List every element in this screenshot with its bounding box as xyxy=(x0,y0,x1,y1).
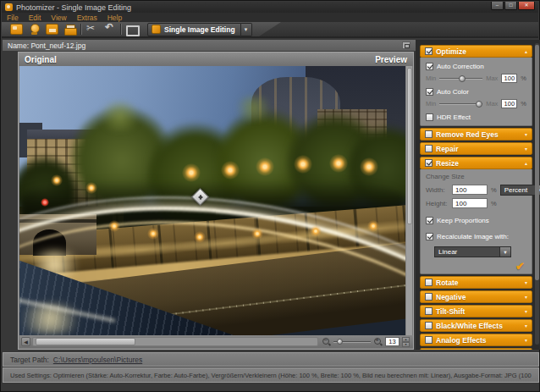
panel-label: Negative xyxy=(436,293,466,301)
keep-proportions-checkbox[interactable] xyxy=(426,217,433,224)
photo-quay-lamp-glow xyxy=(310,225,322,237)
zoom-slider-thumb[interactable] xyxy=(337,339,343,345)
chevron-icon: ▴ xyxy=(525,48,527,54)
percent-sign: % xyxy=(521,75,526,82)
image-bottom-bar: ◀ − + 13 ▲ ▼ xyxy=(19,335,413,348)
method-select[interactable]: Linear ▼ xyxy=(434,246,511,257)
auto-correction-slider-thumb[interactable] xyxy=(459,75,466,82)
save-icon[interactable] xyxy=(46,24,58,35)
window-controls: – □ ✕ xyxy=(491,2,535,10)
used-settings-text: Used Settings: Optimieren (Stärke: Auto-… xyxy=(10,372,532,379)
mode-tab-label: Single Image Editing xyxy=(164,25,235,34)
panel-label: Tilt-Shift xyxy=(436,307,465,316)
mode-dropdown-arrow-icon[interactable]: ▼ xyxy=(241,23,252,36)
menu-item-extras[interactable]: Extras xyxy=(77,14,97,22)
zoom-slider[interactable] xyxy=(333,338,371,345)
image-horizontal-scrollbar-thumb[interactable] xyxy=(36,338,135,345)
compare-split-handle[interactable] xyxy=(191,188,210,207)
menu-item-edit[interactable]: Edit xyxy=(29,14,41,22)
analog-effects-checkbox[interactable] xyxy=(425,336,433,344)
apply-check-icon[interactable]: ✔ xyxy=(515,260,525,273)
unit-select[interactable]: Percent ▼ xyxy=(500,185,540,196)
scroll-left-arrow-icon[interactable]: ◀ xyxy=(21,337,30,346)
zoom-out-icon[interactable]: − xyxy=(322,337,331,346)
target-path-link[interactable]: C:\Users\mpoulsen\Pictures xyxy=(53,356,142,364)
tools-sidebar: Optimize ▴ Auto Correction Min Max 100 % xyxy=(416,40,540,350)
panel-header-analog-effects[interactable]: Analog Effects ▾ xyxy=(420,334,532,346)
panel-header-remove-red-eyes[interactable]: Remove Red Eyes ▾ xyxy=(420,128,532,141)
image-compare-panel: Original Preview xyxy=(18,52,414,350)
tilt-shift-checkbox[interactable] xyxy=(425,307,433,315)
panel-header-resize[interactable]: Resize ▴ xyxy=(420,157,532,169)
menu-item-file[interactable]: File xyxy=(7,14,19,22)
optimize-enable-checkbox[interactable] xyxy=(425,47,433,55)
remove-red-eyes-checkbox[interactable] xyxy=(425,130,433,138)
photo-tree-highlight xyxy=(96,101,143,130)
panel-header-repair[interactable]: Repair ▾ xyxy=(420,142,532,155)
single-image-mode-icon xyxy=(152,25,161,34)
unit-select-value: Percent xyxy=(500,185,536,196)
collapse-panel-icon[interactable] xyxy=(402,41,411,49)
chevron-icon: ▾ xyxy=(525,279,527,285)
crop-frame-icon[interactable] xyxy=(125,24,138,35)
black-white-effects-checkbox[interactable] xyxy=(425,322,433,329)
panel-header-negative[interactable]: Negative ▾ xyxy=(420,290,532,303)
panel-header-rotate[interactable]: Rotate ▾ xyxy=(420,276,532,289)
auto-correction-slider[interactable] xyxy=(439,75,482,82)
menu-item-view[interactable]: View xyxy=(51,14,66,22)
sidebar-scrollbar[interactable] xyxy=(535,43,539,345)
panel-label: Analog Effects xyxy=(436,336,487,345)
panel-label: Remove Red Eyes xyxy=(436,130,499,139)
chevron-icon: ▴ xyxy=(525,160,527,166)
used-settings-bar: Used Settings: Optimieren (Stärke: Auto-… xyxy=(3,367,539,383)
recalculate-checkbox[interactable] xyxy=(426,233,433,240)
image-vertical-scrollbar-thumb[interactable] xyxy=(407,68,412,224)
toolbar: Single Image Editing ▼ xyxy=(2,22,538,38)
method-select-arrow-icon[interactable]: ▼ xyxy=(500,246,511,257)
panel-label: Black/White Effects xyxy=(436,322,503,330)
percent-sign: % xyxy=(521,100,526,108)
window-title: Photomizer - Single Image Editing xyxy=(16,3,131,12)
cut-icon[interactable] xyxy=(85,24,98,35)
photo-street-lamp-glow xyxy=(51,174,63,186)
auto-color-checkbox[interactable] xyxy=(426,88,433,96)
panel-header-distortion[interactable]: Distortion ▾ xyxy=(420,348,532,350)
change-size-label: Change Size xyxy=(421,173,532,183)
auto-correction-checkbox[interactable] xyxy=(426,63,433,70)
menu-item-help[interactable]: Help xyxy=(107,14,122,22)
maximize-icon[interactable]: □ xyxy=(504,2,517,10)
app-logo-icon xyxy=(5,3,13,11)
open-image-icon[interactable] xyxy=(10,24,23,35)
resize-enable-checkbox[interactable] xyxy=(425,159,433,167)
auto-correction-value-field[interactable]: 100 xyxy=(501,74,517,83)
undo-rotate-icon[interactable] xyxy=(103,24,116,35)
auto-color-slider[interactable] xyxy=(439,100,482,108)
panel-body-optimize: Auto Correction Min Max 100 % Auto Color xyxy=(420,58,532,126)
image-vertical-scrollbar[interactable] xyxy=(405,66,412,336)
close-icon[interactable]: ✕ xyxy=(518,2,535,10)
chevron-icon: ▾ xyxy=(525,308,527,314)
hdr-effect-checkbox[interactable] xyxy=(426,113,433,121)
print-icon[interactable] xyxy=(63,24,76,35)
zoom-spin-down-icon[interactable]: ▼ xyxy=(402,342,410,347)
auto-color-value-field[interactable]: 100 xyxy=(501,99,517,108)
height-field[interactable]: 100 xyxy=(452,198,488,208)
tab-single-image-editing[interactable]: Single Image Editing xyxy=(147,23,241,36)
rotate-checkbox[interactable] xyxy=(425,279,433,286)
negative-checkbox[interactable] xyxy=(425,293,433,301)
minimize-icon[interactable]: – xyxy=(491,2,504,10)
zoom-value-field[interactable]: 13 xyxy=(385,337,399,346)
zoom-controls: − + 13 ▲ ▼ xyxy=(320,337,411,346)
width-field[interactable]: 100 xyxy=(452,185,488,195)
method-select-value: Linear xyxy=(434,246,500,257)
auto-color-slider-thumb[interactable] xyxy=(476,101,482,108)
panel-header-black-white-effects[interactable]: Black/White Effects ▾ xyxy=(420,319,532,332)
image-horizontal-scrollbar[interactable] xyxy=(32,337,318,346)
width-label: Width: xyxy=(426,186,449,194)
panel-header-optimize[interactable]: Optimize ▴ xyxy=(420,45,532,58)
webcam-import-icon[interactable] xyxy=(28,24,41,35)
repair-checkbox[interactable] xyxy=(425,145,433,152)
sidebar-scrollbar-thumb[interactable] xyxy=(535,45,539,280)
panel-header-tilt-shift[interactable]: Tilt-Shift ▾ xyxy=(420,305,532,317)
zoom-in-icon[interactable]: + xyxy=(373,337,383,346)
